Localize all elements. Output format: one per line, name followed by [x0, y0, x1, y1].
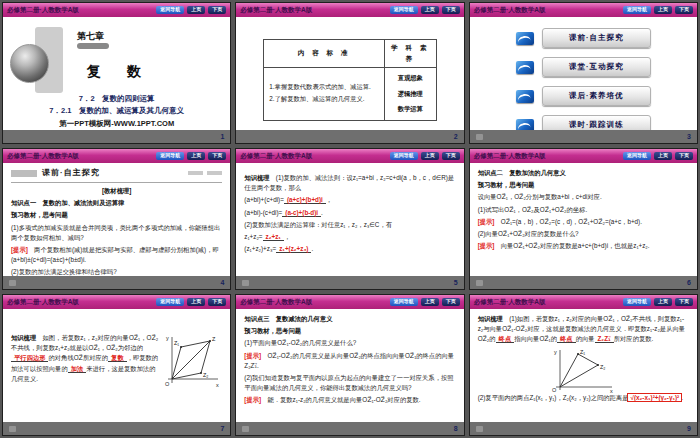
- standard-item: 2.了解复数加、减运算的几何意义.: [269, 94, 379, 104]
- nav-prev-button[interactable]: 上页: [421, 152, 439, 160]
- axis-label-y: y: [554, 349, 557, 355]
- slide-body: 知识点三 复数减法的几何意义 预习教材，思考问题 (1)平面向量OZ⃗₁-OZ⃗…: [236, 309, 463, 422]
- footer-logo-mark: [476, 426, 483, 432]
- text-segment: 的对角线OZ⃗所对应的: [48, 354, 108, 361]
- nav-next-button[interactable]: 下页: [208, 298, 226, 306]
- slide-thumbnail-1[interactable]: 必修第二册·人教数学A版 返回导航 上页 下页 第七章 复 数 7．2 复数的四…: [2, 2, 231, 144]
- nav-prev-button[interactable]: 上页: [654, 6, 672, 14]
- slide-thumbnail-8[interactable]: 必修第二册·人教数学A版 返回导航 上页 下页 知识点三 复数减法的几何意义 预…: [235, 294, 464, 436]
- formula-associative: (z₁+z₂)+z₃=z₁+(z₂+z₃).: [244, 244, 455, 254]
- chapter-label: 第七章: [77, 29, 104, 44]
- book-title: 必修第二册·人教数学A版: [7, 6, 79, 15]
- nav-back-button[interactable]: 返回导航: [623, 6, 651, 14]
- slide-body: 知识点二 复数加法的几何意义 预习教材，思考问题 设向量OZ⃗₁，OZ⃗₂分别与…: [470, 163, 697, 276]
- nav-next-button[interactable]: 下页: [442, 152, 460, 160]
- section-header: 课前·自主探究: [11, 167, 222, 183]
- nav-back-button[interactable]: 返回导航: [623, 152, 651, 160]
- answer-2: [提示] 向量OZ⃗₁+OZ⃗₂对应的复数是a+c+(b+d)i，也就是z₁+z…: [478, 241, 689, 251]
- slide-thumbnail-3[interactable]: 必修第二册·人教数学A版 返回导航 上页 下页 课前·自主探究 课堂·互动探究 …: [469, 2, 698, 144]
- nav-next-button[interactable]: 下页: [208, 6, 226, 14]
- nav-next-button[interactable]: 下页: [675, 152, 693, 160]
- nav-prev-button[interactable]: 上页: [421, 6, 439, 14]
- material-tag: [教材梳理]: [11, 186, 222, 196]
- answer-1: [提示] OZ⃗₁=(a，b)，OZ⃗₂=(c，d)，OZ⃗₁+OZ⃗₂=(a+…: [478, 217, 689, 227]
- nav-prev-button[interactable]: 上页: [654, 152, 672, 160]
- nav-next-button[interactable]: 下页: [208, 152, 226, 160]
- text-segment: ，: [326, 196, 332, 203]
- slide-header-bar: 必修第二册·人教数学A版 返回导航 上页 下页: [236, 3, 463, 17]
- text-segment: .: [321, 209, 323, 216]
- slide-thumbnail-6[interactable]: 必修第二册·人教数学A版 返回导航 上页 下页 知识点二 复数加法的几何意义 预…: [469, 148, 698, 290]
- footer-logo-mark: [476, 134, 483, 140]
- nav-prev-button[interactable]: 上页: [187, 298, 205, 306]
- text-segment: .: [681, 394, 683, 401]
- nav-next-button[interactable]: 下页: [442, 298, 460, 306]
- column-header-competency: 学 科 素 养: [384, 40, 436, 68]
- geometry-meaning-text: 知识梳理 如图，若复数z₁，z₂对应的向量OZ⃗₁，OZ⃗₂不共线，则复数z₁+…: [11, 333, 160, 389]
- lesson-title: 7．2.1 复数的加、减运算及其几何意义: [3, 105, 230, 117]
- nav-back-button[interactable]: 返回导航: [390, 298, 418, 306]
- nav-next-button[interactable]: 下页: [675, 298, 693, 306]
- question-1: (1)平面向量OZ⃗₁-OZ⃗₂的几何意义是什么?: [244, 338, 455, 348]
- page-number: 7: [220, 425, 224, 432]
- slide-header-bar: 必修第二册·人教数学A版 返回导航 上页 下页: [470, 3, 697, 17]
- footer-logo-mark: [242, 280, 249, 286]
- hint-text: 能．复数z₁-z₂的几何意义就是向量OZ⃗₁-OZ⃗₂对应的复数.: [267, 396, 420, 403]
- footer-logo-mark: [476, 280, 483, 286]
- answer-1: [提示] 两个复数相加(减)就是把实部与实部、虚部与虚部分别相加(减)，即(a+…: [11, 245, 222, 265]
- slide-thumbnail-9[interactable]: 必修第二册·人教数学A版 返回导航 上页 下页 知识梳理 (1)如图，若复数z₁…: [469, 294, 698, 436]
- nav-back-button[interactable]: 返回导航: [390, 6, 418, 14]
- section-title: 课前·自主探究: [42, 167, 100, 180]
- subtraction-diagram: y x O Z₁ Z₂: [548, 347, 618, 393]
- book-title: 必修第二册·人教数学A版: [7, 298, 79, 307]
- nav-back-button[interactable]: 返回导航: [390, 152, 418, 160]
- nav-back-button[interactable]: 返回导航: [623, 298, 651, 306]
- nav-next-button[interactable]: 下页: [442, 6, 460, 14]
- laws-intro: (2)复数加法满足的运算律：对任意z₁，z₂，z₃∈C，有: [244, 220, 455, 230]
- nav-back-button[interactable]: 返回导航: [156, 298, 184, 306]
- slide-thumbnail-5[interactable]: 必修第二册·人教数学A版 返回导航 上页 下页 知识梳理 (1)复数的加、减法法…: [235, 148, 464, 290]
- slide-thumbnail-2[interactable]: 必修第二册·人教数学A版 返回导航 上页 下页 内 容 标 准 学 科 素 养 …: [235, 2, 464, 144]
- standards-table: 内 容 标 准 学 科 素 养 1.掌握复数代数表示式的加、减运算. 2.了解复…: [263, 39, 436, 121]
- menu-item-practice[interactable]: 课时·跟踪训练: [516, 115, 651, 130]
- standard-item: 1.掌握复数代数表示式的加、减运算.: [269, 82, 379, 92]
- book-title: 必修第二册·人教数学A版: [240, 298, 312, 307]
- menu-item-inclass[interactable]: 课堂·互动探究: [516, 57, 651, 77]
- formula-commutative: z₁+z₂=z₂+z₁，: [244, 232, 455, 242]
- formula-left: (a+bi)-(c+di)=: [244, 209, 282, 216]
- book-title: 必修第二册·人教数学A版: [240, 152, 312, 161]
- section-note-marks: [188, 171, 222, 175]
- nav-prev-button[interactable]: 上页: [187, 152, 205, 160]
- menu-item-precourse[interactable]: 课前·自主探究: [516, 28, 651, 48]
- page-number: 9: [687, 425, 691, 432]
- text-segment: .: [311, 245, 313, 252]
- swoosh-icon: [516, 119, 534, 130]
- text-segment: (1)复数的加、减法法则：设z₁=a+bi，z₂=c+di(a，b，c，d∈R)…: [244, 174, 454, 191]
- nav-prev-button[interactable]: 上页: [654, 298, 672, 306]
- slide-body: 内 容 标 准 学 科 素 养 1.掌握复数代数表示式的加、减运算. 2.了解复…: [236, 17, 463, 130]
- blank-answer: Z₂Z₁⃗: [595, 335, 614, 343]
- swoosh-icon: [516, 90, 534, 103]
- nav-prev-button[interactable]: 上页: [187, 6, 205, 14]
- blank-answer: 终点: [557, 335, 576, 343]
- slide-footer: 9: [470, 422, 697, 435]
- slide-header-bar: 必修第二册·人教数学A版 返回导航 上页 下页: [470, 295, 697, 309]
- hint-label: [提示]: [478, 218, 495, 225]
- formula-add: (a+bi)+(c+di)=(a+c)+(b+d)i，: [244, 195, 455, 205]
- nav-prev-button[interactable]: 上页: [421, 298, 439, 306]
- question-1: (1)多项式的加减实质就是合并同类项，类比两个多项式的加减，你能猜想出两个复数如…: [11, 223, 222, 243]
- nav-next-button[interactable]: 下页: [675, 6, 693, 14]
- lead-label: 知识梳理: [478, 315, 503, 322]
- answer-1: [提示] OZ⃗₁-OZ⃗₂的几何意义是从向量OZ⃗₂的终点指向向量OZ⃗₁的终…: [244, 351, 455, 371]
- slide-thumbnail-4[interactable]: 必修第二册·人教数学A版 返回导航 上页 下页 课前·自主探究 [教材梳理] 知…: [2, 148, 231, 290]
- question-2: (2)向量OZ⃗₁+OZ⃗₂对应的复数是什么?: [478, 229, 689, 239]
- nav-back-button[interactable]: 返回导航: [156, 6, 184, 14]
- hint-label: [提示]: [244, 396, 261, 403]
- swoosh-icon: [516, 32, 534, 45]
- slide-footer: 6: [470, 276, 697, 289]
- menu-item-afterclass[interactable]: 课后·素养培优: [516, 86, 651, 106]
- nav-back-button[interactable]: 返回导航: [156, 152, 184, 160]
- formula-left: z₁+z₂=: [244, 233, 262, 240]
- slide-thumbnail-7[interactable]: 必修第二册·人教数学A版 返回导航 上页 下页 知识梳理 如图，若复数z₁，z₂…: [2, 294, 231, 436]
- blank-answer: z₂+z₁: [263, 233, 284, 241]
